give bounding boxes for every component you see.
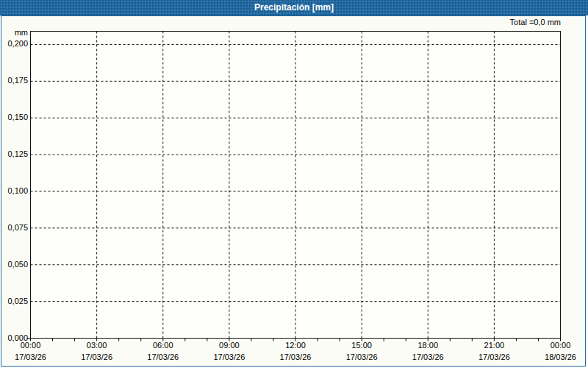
chart-window: Precipitación [mm] Total =0,0 mm mm 0,20…	[0, 0, 588, 368]
y-tick-label: 0,150	[0, 113, 28, 121]
page-title: Precipitación [mm]	[254, 0, 334, 15]
chart-content-area	[1, 15, 586, 367]
y-tick-label: 0,200	[0, 39, 28, 48]
y-tick-label: 0,175	[0, 76, 28, 85]
y-tick-label: 0,050	[0, 260, 28, 269]
total-value-label: Total =0,0 mm	[510, 18, 561, 26]
x-tick-date-label: 17/03/26	[206, 353, 253, 361]
x-tick-time-label: 18:00	[404, 341, 451, 350]
y-tick-label: 0,100	[0, 186, 28, 195]
y-axis-unit-label: mm	[0, 28, 28, 37]
x-tick-date-label: 17/03/26	[470, 353, 517, 361]
x-tick-date-label: 17/03/26	[74, 353, 121, 361]
x-tick-time-label: 06:00	[140, 341, 187, 350]
x-tick-date-label: 18/03/26	[537, 353, 584, 361]
x-tick-date-label: 17/03/26	[272, 353, 319, 361]
x-tick-time-label: 00:00	[7, 341, 54, 350]
x-tick-date-label: 17/03/26	[404, 353, 451, 361]
y-tick-label: 0,125	[0, 149, 28, 158]
x-tick-time-label: 03:00	[74, 341, 121, 350]
x-tick-time-label: 00:00	[537, 341, 584, 350]
x-tick-time-label: 15:00	[338, 341, 385, 350]
x-tick-date-label: 17/03/26	[338, 353, 385, 361]
x-tick-time-label: 12:00	[272, 341, 319, 350]
window-title-bar: Precipitación [mm]	[0, 0, 588, 15]
x-tick-date-label: 17/03/26	[140, 353, 187, 361]
x-tick-date-label: 17/03/26	[7, 353, 54, 361]
y-tick-label: 0,025	[0, 297, 28, 305]
x-tick-time-label: 09:00	[206, 341, 253, 350]
x-tick-time-label: 21:00	[470, 341, 517, 350]
y-tick-label: 0,075	[0, 223, 28, 232]
